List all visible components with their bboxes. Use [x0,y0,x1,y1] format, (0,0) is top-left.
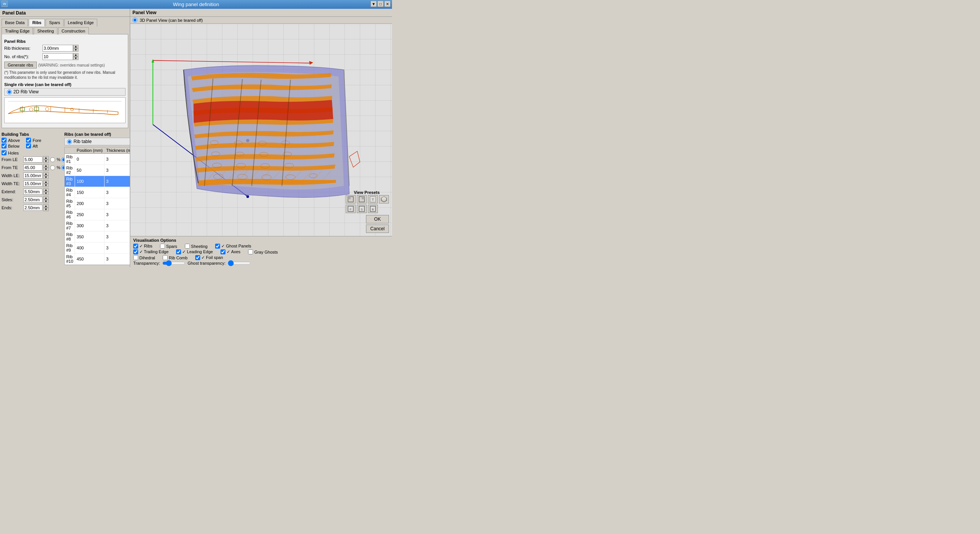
table-row[interactable]: Rib #6 250 3 [65,209,130,220]
rib-thickness-cell: 3 [105,198,130,209]
maximize-button[interactable]: □ [377,1,384,7]
rib-name-cell: Rib #10 [65,254,75,265]
width-le-down[interactable]: ▼ [43,176,49,179]
width-le-label: Width LE: [2,173,23,178]
viz-foil-span-checkbox[interactable] [195,255,200,260]
no-of-ribs-input[interactable] [42,53,73,60]
viz-axes-checkbox[interactable] [220,249,225,254]
extend-down[interactable]: ▼ [43,192,49,195]
below-row: Below [2,143,20,148]
viz-spars-checkbox[interactable] [160,244,165,249]
ends-up[interactable]: ▲ [43,204,49,208]
tab-trailing-edge[interactable]: Trailing Edge [2,27,33,34]
table-row[interactable]: Rib #3 100 3 [65,176,130,187]
extend-label: Extend: [2,189,23,194]
from-te-input[interactable] [23,164,42,171]
from-le-up[interactable]: ▲ [43,156,49,160]
rib-2d-radio[interactable] [7,90,12,94]
panel-3d-radio[interactable] [132,18,137,23]
viz-rib-comb-checkbox[interactable] [163,255,168,260]
rib-thickness-up[interactable]: ▲ [73,45,78,48]
aft-checkbox[interactable] [26,143,31,148]
viz-ghost-panels-checkbox[interactable] [215,244,220,249]
table-row[interactable]: Rib #8 350 3 [65,231,130,243]
close-button[interactable]: ✕ [384,1,390,7]
cancel-button[interactable]: Cancel [366,225,389,233]
from-te-row: From TE ▲▼ % mm [2,164,63,171]
ends-down[interactable]: ▼ [43,208,49,211]
viz-leading-edge-checkbox[interactable] [176,249,181,254]
sides-up[interactable]: ▲ [43,196,49,200]
above-checkbox[interactable] [2,138,7,143]
sides-label: Sides: [2,197,23,202]
rib-name-cell: Rib #3 [65,176,75,187]
width-te-down[interactable]: ▼ [43,184,49,187]
no-of-ribs-down[interactable]: ▼ [73,57,78,60]
generate-ribs-button[interactable]: Generate ribs [4,62,37,68]
svg-text:B: B [372,208,374,211]
from-te-down[interactable]: ▼ [43,168,49,171]
tab-construction[interactable]: Construction [58,27,89,34]
tab-leading-edge[interactable]: Leading Edge [64,19,97,26]
from-le-down[interactable]: ▼ [43,160,49,163]
ok-button[interactable]: OK [366,215,389,223]
ends-input[interactable] [23,205,42,211]
tab-ribs[interactable]: Ribs [29,19,45,26]
table-row[interactable]: Rib #2 50 3 [65,165,130,176]
preset-side-button[interactable]: S [357,205,367,213]
table-row[interactable]: Rib #7 300 3 [65,220,130,231]
width-te-up[interactable]: ▲ [43,180,49,184]
titlebar: W Wing panel definition ▼ □ ✕ [0,0,392,9]
viz-gray-ghosts-checkbox[interactable] [248,249,253,254]
from-te-pct-radio[interactable] [50,165,55,170]
extend-input[interactable] [23,189,42,195]
tab-sheeting[interactable]: Sheeting [34,27,57,34]
ok-cancel-buttons: OK Cancel [366,215,389,233]
no-of-ribs-label: No. of ribs(*): [4,54,42,59]
preset-iso-button[interactable] [379,195,389,204]
table-row[interactable]: Rib #1 0 3 [65,154,130,165]
rib-position-cell: 200 [75,198,105,209]
sides-input[interactable] [23,197,42,203]
below-checkbox[interactable] [2,143,7,148]
table-row[interactable]: Rib #5 200 3 [65,198,130,209]
preset-topright-button[interactable] [357,195,367,204]
table-row[interactable]: Rib #9 400 3 [65,243,130,254]
preset-topleft-button[interactable] [346,195,356,204]
table-row[interactable]: Rib #10 450 3 [65,254,130,265]
svg-point-8 [29,108,33,111]
rib-name-cell: Rib #2 [65,165,75,176]
width-te-input[interactable] [23,181,42,187]
minimize-button[interactable]: ▼ [371,1,377,7]
from-te-up[interactable]: ▲ [43,164,49,168]
holes-checkbox[interactable] [2,150,7,155]
rib-thickness-row: Rib thickness: ▲ ▼ [4,45,126,52]
transparency-label: Transparency: [133,261,160,265]
width-le-input[interactable] [23,173,42,179]
preset-top-button[interactable]: T [368,195,378,204]
viz-ribs-checkbox[interactable] [133,244,138,249]
width-le-up[interactable]: ▲ [43,172,49,176]
rib-table-radio[interactable] [67,139,72,144]
tab-spars[interactable]: Spars [46,19,64,26]
no-of-ribs-up[interactable]: ▲ [73,53,78,57]
rib-thickness-down[interactable]: ▼ [73,48,78,52]
warning-text: (WARNING: overrides manual settings) [38,63,105,67]
from-le-input[interactable] [23,156,42,163]
fore-checkbox[interactable] [26,138,31,143]
tab-base-data[interactable]: Base Data [2,19,28,26]
preset-front-button[interactable]: F [346,205,356,213]
preset-row-1: T [346,195,389,204]
extend-up[interactable]: ▲ [43,188,49,192]
from-le-pct-radio[interactable] [50,157,55,162]
viz-dihedral-checkbox[interactable] [133,255,138,260]
rib-thickness-input[interactable] [42,45,73,52]
preset-back-button[interactable]: B [368,205,378,213]
sides-down[interactable]: ▼ [43,200,49,203]
viz-trailing-edge-checkbox[interactable] [133,249,138,254]
transparency-slider[interactable] [162,261,185,265]
table-row[interactable]: Rib #4 150 3 [65,187,130,198]
rib-position-cell: 0 [75,154,105,165]
viz-sheeting-checkbox[interactable] [185,244,190,249]
ghost-transparency-slider[interactable] [228,261,251,265]
